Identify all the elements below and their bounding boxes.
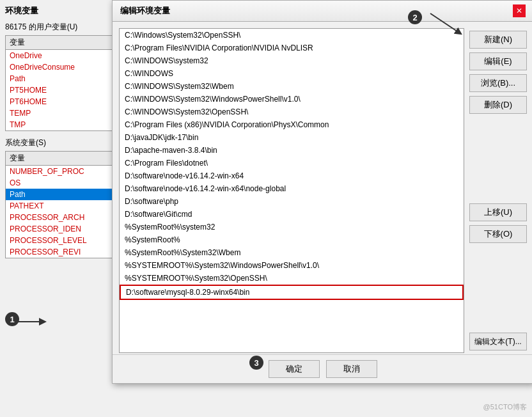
path-list-item[interactable]: %SystemRoot% [120, 233, 464, 246]
path-list-item[interactable]: C:\Windows\System32\OpenSSH\ [120, 29, 464, 42]
path-list-item[interactable]: C:\WINDOWS\System32\Wbem [120, 80, 464, 93]
buttons-panel: 新建(N) 编辑(E) 浏览(B)... 删除(D) 上移(U) 下移(O) 编… [469, 28, 527, 353]
dialog-close-button[interactable]: ✕ [513, 4, 526, 17]
user-var-row[interactable]: TEMP [6, 107, 122, 119]
path-list-item[interactable]: %SystemRoot%\System32\Wbem [120, 246, 464, 259]
path-list-item[interactable]: D:\apache-maven-3.8.4\bin [120, 144, 464, 157]
path-list-item[interactable]: %SystemRoot%\system32 [120, 221, 464, 233]
env-panel-title: 环境变量 [5, 5, 123, 17]
user-vars-table: 变量 OneDriveOneDriveConsumePathPT5HOMEPT6… [5, 35, 123, 131]
user-var-row[interactable]: TMP [6, 119, 122, 130]
path-list-item[interactable]: C:\Program Files\NVIDIA Corporation\NVID… [120, 42, 464, 54]
system-var-row[interactable]: PROCESSOR_REVI [6, 246, 122, 258]
user-var-row[interactable]: Path [6, 73, 122, 84]
user-var-row[interactable]: PT5HOME [6, 84, 122, 96]
system-vars-label: 系统变量(S) [5, 138, 123, 148]
path-list-item[interactable]: C:\Program Files (x86)\NVIDIA Corporatio… [120, 118, 464, 131]
path-list-item[interactable]: D:\software\node-v16.14.2-win-x64 [120, 169, 464, 182]
cancel-button[interactable]: 取消 [326, 360, 377, 378]
dialog-footer: 确定 取消 [113, 354, 532, 383]
user-var-row[interactable]: PT6HOME [6, 96, 122, 107]
path-list-item[interactable]: C:\WINDOWS\system32 [120, 54, 464, 67]
path-list-item[interactable]: D:\software\node-v16.14.2-win-x64\node-g… [120, 182, 464, 195]
user-var-row[interactable]: OneDriveConsume [6, 61, 122, 73]
annotation-1: 1 [5, 312, 19, 326]
path-list[interactable]: C:\Windows\System32\OpenSSH\C:\Program F… [119, 28, 464, 353]
user-vars-label: 86175 的用户变量(U) [5, 22, 123, 33]
path-list-item[interactable]: C:\Program Files\dotnet\ [120, 157, 464, 169]
dialog-content: C:\Windows\System32\OpenSSH\C:\Program F… [113, 22, 532, 359]
path-list-item[interactable]: D:\software\Git\cmd [120, 208, 464, 221]
edit-path-dialog: 编辑环境变量 ✕ C:\Windows\System32\OpenSSH\C:\… [112, 0, 532, 384]
path-list-item[interactable]: C:\WINDOWS\System32\WindowsPowerShell\v1… [120, 93, 464, 106]
system-var-row[interactable]: Path [6, 189, 122, 200]
user-var-row[interactable]: OneDrive [6, 50, 122, 61]
path-list-item[interactable]: D:\software\php [120, 195, 464, 208]
system-var-row[interactable]: OS [6, 177, 122, 189]
annotation-2: 2 [408, 10, 422, 24]
move-down-button[interactable]: 下移(O) [469, 225, 527, 243]
path-list-item[interactable]: C:\WINDOWS [120, 67, 464, 80]
path-list-item[interactable]: %SYSTEMROOT%\System32\OpenSSH\ [120, 272, 464, 285]
browse-button[interactable]: 浏览(B)... [469, 74, 527, 92]
user-vars-header: 变量 [6, 36, 122, 50]
delete-button[interactable]: 删除(D) [469, 96, 527, 114]
annotation-3: 3 [249, 356, 263, 370]
system-var-row[interactable]: PROCESSOR_IDEN [6, 223, 122, 235]
system-vars-header: 变量 [6, 152, 122, 166]
path-list-item[interactable]: %SYSTEMROOT%\System32\WindowsPowerShell\… [120, 259, 464, 272]
path-list-item[interactable]: D:\software\mysql-8.0.29-winx64\bin [120, 285, 464, 300]
system-var-row[interactable]: NUMBER_OF_PROC [6, 166, 122, 177]
system-var-row[interactable]: PROCESSOR_LEVEL [6, 235, 122, 246]
path-list-item[interactable]: C:\WINDOWS\System32\OpenSSH\ [120, 106, 464, 118]
system-vars-table: 变量 NUMBER_OF_PROCOSPathPATHEXTPROCESSOR_… [5, 151, 123, 258]
system-var-row[interactable]: PROCESSOR_ARCH [6, 212, 122, 223]
new-button[interactable]: 新建(N) [469, 31, 527, 49]
watermark: @51CTO博客 [483, 402, 527, 412]
edit-button[interactable]: 编辑(E) [469, 52, 527, 70]
system-vars-section: 系统变量(S) 变量 NUMBER_OF_PROCOSPathPATHEXTPR… [5, 138, 123, 258]
user-vars-section: 86175 的用户变量(U) 变量 OneDriveOneDriveConsum… [5, 22, 123, 131]
move-up-button[interactable]: 上移(U) [469, 203, 527, 221]
system-var-row[interactable]: PATHEXT [6, 200, 122, 212]
path-list-item[interactable]: D:\javaJDK\jdk-17\bin [120, 131, 464, 144]
ok-button[interactable]: 确定 [269, 360, 320, 378]
dialog-title: 编辑环境变量 [120, 5, 170, 17]
edit-text-button[interactable]: 编辑文本(T)... [469, 333, 527, 350]
env-panel: 环境变量 86175 的用户变量(U) 变量 OneDriveOneDriveC… [0, 0, 128, 417]
dialog-titlebar: 编辑环境变量 ✕ [113, 1, 532, 22]
